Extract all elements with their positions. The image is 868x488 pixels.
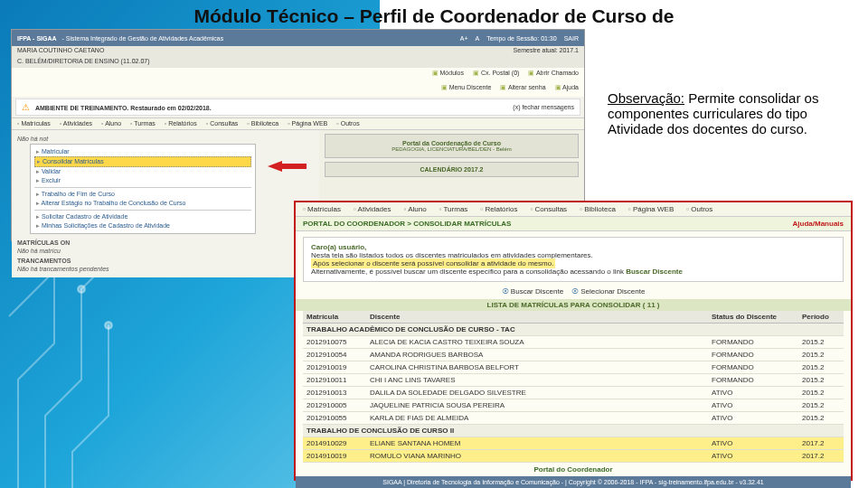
logout-link[interactable]: SAIR (564, 35, 579, 42)
footer-bar: SIGAA | Diretoria de Tecnologia da Infor… (296, 476, 851, 488)
tab2-biblioteca[interactable]: Biblioteca (580, 205, 616, 213)
calendar-box: CALENDÁRIO 2017.2 (325, 162, 579, 177)
session-time: Tempo de Sessão: 01:30 (486, 35, 556, 42)
close-messages-link[interactable]: (x) fechar mensagens (513, 104, 574, 110)
sect-matriculas-empty: Não há matrícu (17, 248, 314, 254)
breadcrumb-bar: PORTAL DO COORDENADOR > CONSOLIDAR MATRÍ… (296, 217, 851, 231)
observation-title: Observação: (608, 90, 684, 106)
dd-matricular[interactable]: Matricular (34, 147, 251, 156)
svg-point-2 (105, 322, 112, 329)
portal-title-box: Portal da Coordenação de Curso PEDAGOGIA… (325, 134, 579, 158)
no-notif-text: Não há not (17, 136, 314, 142)
left-panel: Não há not Matricular Consolidar Matrícu… (12, 130, 319, 277)
dd-validar[interactable]: Validar (34, 167, 251, 176)
observation-box: Observação: Permite consolidar os compon… (608, 90, 852, 136)
table-section: TRABALHO DE CONCLUSÃO DE CURSO II (303, 425, 844, 437)
msg-line3a: Alternativamente, é possível buscar um d… (311, 267, 626, 276)
col-matricula: Matrícula (303, 311, 366, 324)
table-row[interactable]: 2012910075ALECIA DE KACIA CASTRO TEIXEIR… (303, 336, 844, 349)
main-tabs: Matrículas Atividades Aluno Turmas Relat… (12, 117, 584, 130)
tab-matriculas[interactable]: Matrículas (17, 120, 51, 127)
link-menudiscente[interactable]: Menu Discente (441, 84, 492, 95)
action-buscar-discente[interactable]: Buscar Discente (502, 287, 563, 296)
subbar2: C. BELÉM/DIRETORIA DE ENSINO (11.02.07) (12, 57, 584, 68)
red-arrow-annotation (268, 161, 307, 172)
info-message: Caro(a) usuário, Nesta tela são listados… (303, 237, 844, 282)
table-row[interactable]: 2012910011CHI I ANC LINS TAVARESFORMANDO… (303, 374, 844, 387)
portal-course: PEDAGOGIA, LICENCIATURA/BEL/DEN - Belém (329, 146, 574, 152)
tab-consultas[interactable]: Consultas (206, 120, 239, 127)
matriculas-table: Matrícula Discente Status do Discente Pe… (303, 311, 844, 463)
dd-alterar-estagio[interactable]: Alterar Estágio no Trabalho de Conclusão… (34, 199, 251, 208)
table-row[interactable]: 2012910005JAQUELINE PATRICIA SOUSA PEREI… (303, 399, 844, 412)
col-discente: Discente (366, 311, 708, 324)
screenshot-consolidar-matriculas: Matrículas Atividades Aluno Turmas Relat… (294, 201, 853, 481)
table-section: TRABALHO ACADÊMICO DE CONCLUSÃO DE CURSO… (303, 324, 844, 336)
slide-title: Módulo Técnico – Perfil de Coordenador d… (0, 0, 868, 27)
help-link[interactable]: Ajuda/Manuais (793, 220, 844, 228)
topbar: IFPA - SIGAA - Sistema Integrado de Gest… (12, 30, 584, 46)
org-unit: C. BELÉM/DIRETORIA DE ENSINO (11.02.07) (17, 58, 150, 67)
tab2-consultas[interactable]: Consultas (530, 205, 567, 213)
portal-link[interactable]: Portal do Coordenador (296, 463, 851, 476)
tab-paginaweb[interactable]: Página WEB (288, 120, 327, 127)
dd-solicitar-cadastro[interactable]: Solicitar Cadastro de Atividade (34, 212, 251, 221)
app-subtitle: - Sistema Integrado de Gestão de Ativida… (62, 35, 224, 42)
tab2-turmas[interactable]: Turmas (439, 205, 468, 213)
tab-outros[interactable]: Outros (336, 120, 359, 127)
sect-trancamentos-empty: Não há trancamentos pendentes (17, 266, 314, 272)
tab2-relatorios[interactable]: Relatórios (480, 205, 517, 213)
iconrow2: Menu Discente Alterar senha Ajuda (12, 82, 584, 97)
link-alterarsenha[interactable]: Alterar senha (500, 84, 545, 95)
table-row[interactable]: 2014910029ELIANE SANTANA HOMEMATIVO2017.… (303, 437, 844, 450)
dd-minhas-solicitacoes[interactable]: Minhas Solicitações de Cadastro de Ativi… (34, 221, 251, 230)
warning-text: AMBIENTE DE TREINAMENTO. Restaurado em 0… (35, 105, 212, 111)
msg-buscar-discente-link[interactable]: Buscar Discente (626, 267, 683, 276)
iconrow: Módulos Cx. Postal (0) Abrir Chamado (12, 68, 584, 82)
tab-atividades[interactable]: Atividades (60, 120, 92, 127)
breadcrumb: PORTAL DO COORDENADOR > CONSOLIDAR MATRÍ… (303, 220, 511, 228)
sect-trancamentos: TRANCAMENTOS (17, 258, 314, 264)
subbar: MARIA COUTINHO CAETANO Semestre atual: 2… (12, 46, 584, 57)
tab-relatorios[interactable]: Relatórios (165, 120, 197, 127)
tab2-outros[interactable]: Outros (686, 205, 712, 213)
font-larger[interactable]: A+ (460, 35, 468, 42)
link-modulos[interactable]: Módulos (432, 70, 464, 80)
svg-point-3 (78, 286, 85, 293)
list-header: LISTA DE MATRÍCULAS PARA CONSOLIDAR ( 11… (296, 299, 851, 311)
msg-greet: Caro(a) usuário, (311, 243, 366, 251)
dd-excluir[interactable]: Excluir (34, 176, 251, 185)
dd-tfc[interactable]: Trabalho de Fim de Curso (34, 190, 251, 199)
table-row[interactable]: 2012910019CAROLINA CHRISTINA BARBOSA BEL… (303, 361, 844, 374)
portal-title: Portal da Coordenação de Curso (329, 140, 574, 146)
tab2-aluno[interactable]: Aluno (404, 205, 427, 213)
font-reset[interactable]: A (476, 35, 480, 42)
link-chamado[interactable]: Abrir Chamado (528, 70, 579, 80)
semester-label: Semestre atual: 2017.1 (514, 47, 579, 56)
table-row[interactable]: 2012910054AMANDA RODRIGUES BARBOSAFORMAN… (303, 349, 844, 361)
tab-aluno[interactable]: Aluno (101, 120, 121, 127)
table-row[interactable]: 2012910055KARLA DE FIAS DE ALMEIDAATIVO2… (303, 412, 844, 425)
main-tabs-2: Matrículas Atividades Aluno Turmas Relat… (296, 202, 851, 217)
table-row[interactable]: 2012910013DALILA DA SOLEDADE DELGADO SIL… (303, 387, 844, 399)
col-status: Status do Discente (708, 311, 798, 324)
tab-turmas[interactable]: Turmas (130, 120, 156, 127)
tab2-matriculas[interactable]: Matrículas (303, 205, 341, 213)
tab-biblioteca[interactable]: Biblioteca (247, 120, 278, 127)
action-legend: Buscar Discente Selecionar Discente (296, 284, 851, 299)
link-ajuda[interactable]: Ajuda (555, 84, 579, 95)
warning-icon: ⚠ (22, 102, 30, 112)
warning-banner: ⚠ AMBIENTE DE TREINAMENTO. Restaurado em… (15, 99, 580, 116)
user-name: MARIA COUTINHO CAETANO (17, 47, 104, 56)
tab2-atividades[interactable]: Atividades (354, 205, 392, 213)
sect-matriculas: MATRÍCULAS ON (17, 239, 314, 246)
dd-consolidar-matriculas[interactable]: Consolidar Matrículas (34, 156, 251, 167)
col-periodo: Período (798, 311, 844, 324)
tab2-paginaweb[interactable]: Página WEB (628, 205, 674, 213)
atividades-dropdown: Matricular Consolidar Matrículas Validar… (30, 144, 256, 234)
table-row[interactable]: 2014910019ROMULO VIANA MARINHOATIVO2017.… (303, 450, 844, 463)
link-cxpostal[interactable]: Cx. Postal (0) (473, 70, 519, 80)
app-name: IFPA - SIGAA (17, 35, 57, 42)
action-selecionar-discente: Selecionar Discente (571, 287, 645, 296)
